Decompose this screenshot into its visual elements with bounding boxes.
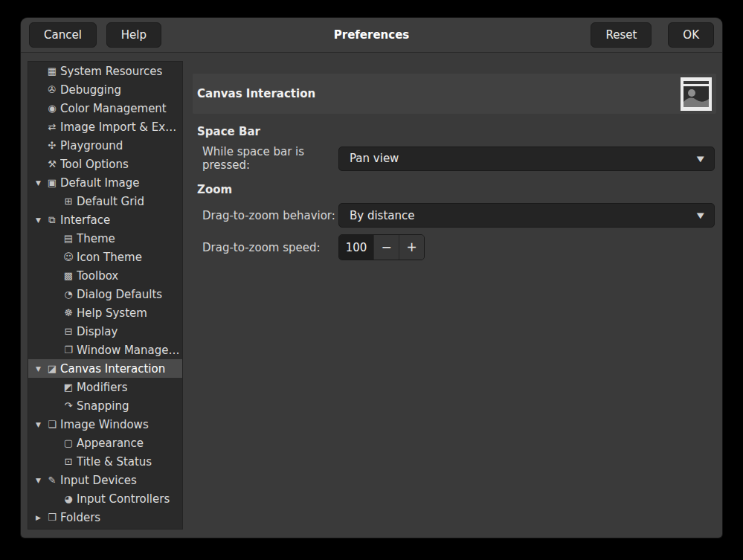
sidebar-item-image-windows[interactable]: ▼ ❏ Image Windows — [28, 415, 182, 434]
page-title: Canvas Interaction — [197, 87, 315, 100]
reset-button[interactable]: Reset — [591, 22, 652, 48]
sidebar-item-input-controllers[interactable]: ◕ Input Controllers — [28, 489, 182, 508]
increment-button[interactable]: + — [399, 235, 424, 260]
zoom-behavior-row: Drag-to-zoom behavior: By distance ▼ — [202, 203, 716, 228]
sidebar-item-appearance[interactable]: ▢ Appearance — [28, 434, 182, 452]
expander-collapsed-icon[interactable]: ▶ — [31, 514, 45, 521]
zoom-behavior-dropdown[interactable]: By distance ▼ — [338, 203, 715, 228]
zoom-speed-row: Drag-to-zoom speed: − + — [202, 234, 716, 260]
sidebar-item-title-status[interactable]: ⊡ Title & Status — [28, 452, 182, 471]
sidebar-item-label: Snapping — [77, 399, 129, 413]
sidebar-item-default-grid[interactable]: ⊞ Default Grid — [28, 192, 182, 210]
sidebar-item-label: Appearance — [77, 437, 144, 450]
modifiers-icon: ◩ — [62, 382, 75, 393]
expander-expanded-icon[interactable]: ▼ — [31, 365, 45, 373]
sidebar-item-icon-theme[interactable]: ☺ Icon Theme — [28, 248, 182, 266]
window-management-icon: ❐ — [62, 344, 75, 355]
ok-button[interactable]: OK — [668, 22, 714, 48]
sidebar-item-label: Interface — [60, 213, 110, 227]
input-controllers-icon: ◕ — [62, 493, 75, 504]
sidebar-item-window-management[interactable]: ❐ Window Management — [28, 341, 182, 359]
zoom-behavior-label: Drag-to-zoom behavior: — [202, 209, 338, 222]
sidebar-item-debugging[interactable]: ✇ Debugging — [28, 80, 182, 99]
chevron-down-icon: ▼ — [697, 211, 704, 219]
sidebar-item-input-devices[interactable]: ▼ ✎ Input Devices — [28, 471, 182, 489]
help-button[interactable]: Help — [106, 22, 161, 48]
help-system-icon: ☸ — [62, 307, 75, 318]
space-bar-dropdown-value: Pan view — [350, 152, 399, 165]
sidebar-item-playground[interactable]: ✣ Playground — [28, 136, 182, 155]
sidebar-item-default-image[interactable]: ▼ ▣ Default Image — [28, 173, 182, 192]
section-title-space-bar: Space Bar — [197, 125, 716, 138]
sidebar-item-label: Canvas Interaction — [60, 362, 165, 376]
zoom-behavior-dropdown-value: By distance — [350, 209, 415, 222]
toolbox-icon: ▩ — [62, 270, 75, 281]
sidebar-item-dialog-defaults[interactable]: ◔ Dialog Defaults — [28, 285, 182, 303]
sidebar-item-label: Tool Options — [60, 158, 129, 171]
snapping-icon: ↷ — [62, 400, 75, 411]
sidebar-item-label: Playground — [60, 139, 123, 152]
system-resources-icon: ▦ — [45, 65, 59, 77]
titlebar-left-buttons: Cancel Help — [29, 22, 161, 48]
debugging-icon: ✇ — [45, 84, 59, 95]
sidebar-item-label: Title & Status — [77, 455, 152, 469]
sidebar-item-help-system[interactable]: ☸ Help System — [28, 303, 182, 322]
appearance-icon: ▢ — [62, 437, 75, 448]
default-image-icon: ▣ — [45, 177, 59, 188]
sidebar-item-label: Default Image — [60, 176, 140, 190]
sidebar-item-label: Modifiers — [77, 381, 127, 394]
page-header: Canvas Interaction — [193, 74, 716, 114]
image-windows-icon: ❏ — [45, 419, 59, 430]
sidebar-item-tool-options[interactable]: ⚒ Tool Options — [28, 155, 182, 173]
content-pane: Canvas Interaction Space Bar While space… — [193, 63, 716, 260]
space-bar-dropdown[interactable]: Pan view ▼ — [338, 147, 715, 171]
expander-expanded-icon[interactable]: ▼ — [31, 421, 45, 428]
icon-theme-icon: ☺ — [62, 251, 75, 263]
default-grid-icon: ⊞ — [62, 196, 75, 207]
sidebar-item-theme[interactable]: ▤ Theme — [28, 229, 182, 248]
sidebar-item-display[interactable]: ⊟ Display — [28, 322, 182, 341]
sidebar-item-label: Input Devices — [60, 474, 137, 487]
sidebar-item-label: Default Grid — [77, 195, 144, 208]
preferences-dialog: Cancel Help Preferences Reset OK ▦ Syste… — [21, 18, 722, 538]
canvas-window-icon — [681, 77, 712, 111]
sidebar-item-system-resources[interactable]: ▦ System Resources — [28, 62, 182, 80]
preferences-tree: ▦ System Resources ✇ Debugging ◉ Color M… — [28, 61, 183, 530]
expander-expanded-icon[interactable]: ▼ — [31, 477, 45, 484]
sidebar-item-label: Window Management — [77, 344, 182, 357]
titlebar-right-buttons: Reset OK — [591, 22, 714, 48]
sidebar-item-folders[interactable]: ▶ ❒ Folders — [28, 508, 182, 527]
sidebar-item-label: Toolbox — [77, 269, 118, 283]
expander-expanded-icon[interactable]: ▼ — [31, 179, 45, 187]
sidebar-item-image-import-export[interactable]: ⇄ Image Import & Export — [28, 118, 182, 136]
sidebar-item-toolbox[interactable]: ▩ Toolbox — [28, 266, 182, 285]
sidebar-item-label: Input Controllers — [77, 492, 170, 506]
input-devices-icon: ✎ — [45, 474, 59, 486]
zoom-speed-stepper: − + — [338, 234, 425, 260]
color-management-icon: ◉ — [45, 103, 59, 114]
screen: { "window": { "title": "Preferences" }, … — [0, 0, 743, 560]
sidebar-item-label: Dialog Defaults — [77, 288, 162, 301]
expander-expanded-icon[interactable]: ▼ — [31, 216, 45, 224]
interface-icon: ⧉ — [45, 214, 59, 226]
titlebar: Cancel Help Preferences Reset OK — [21, 18, 722, 53]
sidebar-item-interface[interactable]: ▼ ⧉ Interface — [28, 210, 182, 229]
sidebar-item-label: Display — [77, 325, 118, 338]
sidebar-item-snapping[interactable]: ↷ Snapping — [28, 396, 182, 415]
decrement-button[interactable]: − — [373, 235, 399, 260]
theme-icon: ▤ — [62, 233, 75, 244]
cancel-button[interactable]: Cancel — [29, 22, 97, 48]
tool-options-icon: ⚒ — [45, 158, 59, 170]
sidebar-item-color-management[interactable]: ◉ Color Management — [28, 99, 182, 118]
image-import-export-icon: ⇄ — [45, 121, 59, 132]
dialog-defaults-icon: ◔ — [62, 289, 75, 300]
sidebar-item-label: Folders — [60, 511, 100, 524]
sidebar-item-modifiers[interactable]: ◩ Modifiers — [28, 378, 182, 396]
chevron-down-icon: ▼ — [697, 155, 704, 163]
display-icon: ⊟ — [62, 326, 75, 337]
sidebar-item-canvas-interaction[interactable]: ▼ ◪ Canvas Interaction — [28, 359, 182, 378]
zoom-speed-input[interactable] — [339, 235, 373, 260]
sidebar-item-label: Color Management — [60, 102, 167, 115]
sidebar-item-label: Debugging — [60, 83, 121, 97]
sidebar-item-label: Image Import & Export — [60, 120, 182, 134]
